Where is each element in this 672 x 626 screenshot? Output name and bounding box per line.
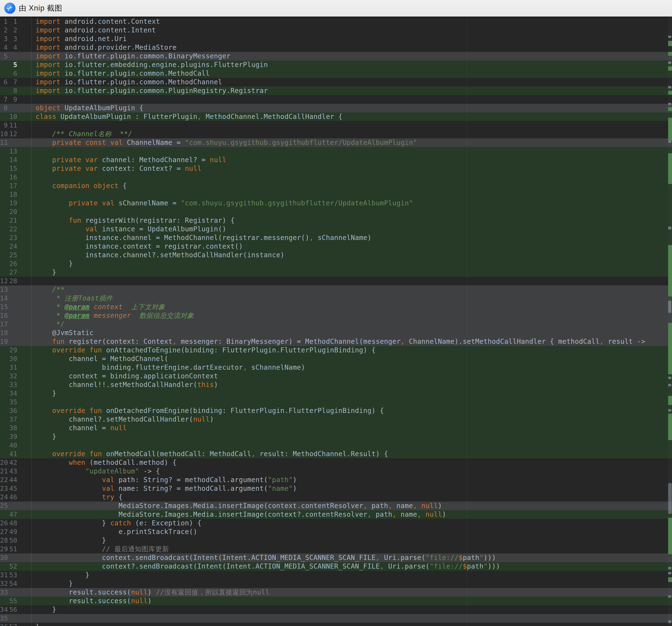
code-row[interactable]: 14 * 注册Toast插件 bbox=[0, 294, 672, 303]
scrollbar-thumb[interactable] bbox=[668, 483, 672, 514]
diff-editor[interactable]: 11import android.content.Context22import… bbox=[0, 16, 672, 626]
diff-stripe-mark-del[interactable] bbox=[668, 384, 671, 386]
code-row[interactable]: 11 private const val ChannelName = "com.… bbox=[0, 139, 672, 147]
diff-stripe-mark-del[interactable] bbox=[668, 567, 671, 569]
code-row[interactable]: 3657} bbox=[0, 623, 672, 626]
code-row[interactable]: 27 } bbox=[0, 268, 672, 277]
code-row[interactable]: 36 override fun onDetachedFromEngine(bin… bbox=[0, 406, 672, 415]
code-row[interactable]: 2446 try { bbox=[0, 493, 672, 502]
code-row[interactable]: 13 bbox=[0, 147, 672, 156]
code-row[interactable]: 33 result.success(null) //没有返回值，所以直接返回为n… bbox=[0, 588, 672, 597]
error-stripe[interactable] bbox=[668, 16, 672, 626]
code-row[interactable]: 15 private var context: Context? = null bbox=[0, 164, 672, 173]
code-row[interactable]: 1228 bbox=[0, 277, 672, 285]
code-row[interactable]: 39 } bbox=[0, 432, 672, 441]
code-row[interactable]: 2648 } catch (e: Exception) { bbox=[0, 519, 672, 527]
diff-stripe-mark-del[interactable] bbox=[668, 35, 671, 38]
code-row[interactable]: 2951 // 最后通知图库更新 bbox=[0, 545, 672, 553]
code-row[interactable]: 13 /** bbox=[0, 285, 672, 294]
code-row[interactable]: 16 bbox=[0, 173, 672, 182]
code-row[interactable]: 11import android.content.Context bbox=[0, 17, 672, 26]
diff-stripe-mark-add[interactable] bbox=[668, 107, 672, 111]
code-row[interactable]: 52 context?.sendBroadcast(Intent(Intent.… bbox=[0, 562, 672, 571]
diff-stripe-mark-del[interactable] bbox=[668, 61, 671, 64]
code-row[interactable]: 20 bbox=[0, 207, 672, 216]
diff-stripe-mark-add[interactable] bbox=[668, 118, 672, 141]
code-row[interactable]: 3254 } bbox=[0, 579, 672, 588]
diff-stripe-mark-del[interactable] bbox=[668, 377, 671, 379]
code-row[interactable]: 911 bbox=[0, 121, 672, 130]
code-row[interactable]: 18 @JvmStatic bbox=[0, 329, 672, 337]
diff-stripe-mark-add[interactable] bbox=[668, 518, 672, 554]
code-row[interactable]: 23 instance.channel = MethodChannel(regi… bbox=[0, 233, 672, 242]
code-row[interactable]: 10class UpdateAlbumPlugin : FlutterPlugi… bbox=[0, 112, 672, 121]
code-row[interactable]: 47 MediaStore.Images.Media.insertImage(c… bbox=[0, 510, 672, 519]
diff-stripe-mark-add[interactable] bbox=[668, 66, 672, 71]
code-row[interactable]: 41 override fun onMethodCall(methodCall:… bbox=[0, 450, 672, 458]
code-row[interactable]: 2042 when (methodCall.method) { bbox=[0, 458, 672, 467]
diff-stripe-mark-del[interactable] bbox=[668, 595, 671, 598]
code-row[interactable]: 17 companion object { bbox=[0, 182, 672, 190]
code-row[interactable]: 40 bbox=[0, 441, 672, 450]
code-row[interactable]: 35 bbox=[0, 398, 672, 406]
code-row[interactable]: 38 channel = null bbox=[0, 424, 672, 432]
diff-stripe-mark-del[interactable] bbox=[668, 86, 671, 89]
code-row[interactable]: 25 instance.channel?.setMethodCallHandle… bbox=[0, 251, 672, 259]
code-row[interactable]: 26 } bbox=[0, 259, 672, 268]
diff-stripe-mark-add[interactable] bbox=[668, 245, 672, 296]
code-row[interactable]: 29 override fun onAttachedToEngine(bindi… bbox=[0, 346, 672, 355]
code-row[interactable]: 30 context.sendBroadcast(Intent(Intent.A… bbox=[0, 553, 672, 562]
diff-stripe-mark-del[interactable] bbox=[668, 620, 671, 623]
code-row[interactable]: 24 instance.context = registrar.context(… bbox=[0, 242, 672, 251]
code-row[interactable]: 2749 e.printStackTrace() bbox=[0, 527, 672, 536]
code-row[interactable]: 14 private var channel: MethodChannel? =… bbox=[0, 156, 672, 164]
code-row[interactable]: 8import io.flutter.plugin.common.PluginR… bbox=[0, 86, 672, 95]
code-row[interactable]: 34 } bbox=[0, 389, 672, 398]
code-row[interactable]: 3456 } bbox=[0, 605, 672, 614]
diff-stripe-mark-del[interactable] bbox=[668, 301, 671, 313]
code-row[interactable]: 67import io.flutter.plugin.common.Method… bbox=[0, 78, 672, 86]
code-row[interactable]: 30 channel = MethodChannel( bbox=[0, 355, 672, 363]
code-row[interactable]: 15 * @param context 上下文对象 bbox=[0, 303, 672, 311]
code-row[interactable]: 21 fun registerWith(registrar: Registrar… bbox=[0, 216, 672, 225]
diff-stripe-mark-add[interactable] bbox=[668, 577, 672, 582]
code-row[interactable]: 5import io.flutter.plugin.common.BinaryM… bbox=[0, 52, 672, 60]
diff-stripe-mark-add[interactable] bbox=[668, 41, 672, 46]
code-row[interactable]: 16 * @param messenger 数据信息交流对象 bbox=[0, 311, 672, 320]
code-row[interactable]: 18 bbox=[0, 190, 672, 199]
code-row[interactable]: 8object UpdateAlbumPlugin { bbox=[0, 104, 672, 112]
diff-stripe-mark-del[interactable] bbox=[668, 227, 671, 229]
code-row[interactable]: 33import android.net.Uri bbox=[0, 34, 672, 43]
diff-stripe-mark-add[interactable] bbox=[668, 91, 672, 95]
code-row[interactable]: 33 channel!!.setMethodCallHandler(this) bbox=[0, 380, 672, 389]
code-row[interactable]: 79 bbox=[0, 95, 672, 104]
code-row[interactable]: 3153 } bbox=[0, 571, 672, 579]
diff-stripe-mark-add[interactable] bbox=[668, 396, 672, 405]
diff-stripe-mark-add[interactable] bbox=[668, 153, 672, 184]
code-row[interactable]: 22 val instance = UpdateAlbumPlugin() bbox=[0, 225, 672, 233]
diff-stripe-mark-del[interactable] bbox=[668, 103, 671, 105]
code-row[interactable]: 35 bbox=[0, 614, 672, 623]
diff-stripe-mark-add[interactable] bbox=[668, 414, 672, 440]
code-row[interactable]: 2143 "updateAlbum" -> { bbox=[0, 467, 672, 476]
diff-stripe-mark-del[interactable] bbox=[668, 140, 671, 143]
code-row[interactable]: 5import io.flutter.embedding.engine.plug… bbox=[0, 60, 672, 69]
code-row[interactable]: 19 fun register(context: Context, messen… bbox=[0, 337, 672, 346]
diff-stripe-mark-del[interactable] bbox=[668, 572, 671, 574]
code-row[interactable]: 17 */ bbox=[0, 320, 672, 329]
code-row[interactable]: 2850 } bbox=[0, 536, 672, 545]
diff-stripe-mark-add[interactable] bbox=[668, 323, 672, 374]
code-row[interactable]: 19 private val sChannelName = "com.shuyu… bbox=[0, 199, 672, 207]
code-row[interactable]: 32 context = binding.applicationContext bbox=[0, 372, 672, 380]
code-row[interactable]: 31 binding.flutterEngine.dartExecutor, s… bbox=[0, 363, 672, 372]
code-row[interactable]: 22import android.content.Intent bbox=[0, 26, 672, 34]
code-row[interactable]: 6import io.flutter.plugin.common.MethodC… bbox=[0, 69, 672, 78]
diff-stripe-mark-del[interactable] bbox=[668, 409, 671, 411]
code-row[interactable]: 25 MediaStore.Images.Media.insertImage(c… bbox=[0, 502, 672, 510]
code-row[interactable]: 55 result.success(null) bbox=[0, 597, 672, 605]
code-row[interactable]: 1012 /** Channel名称 **/ bbox=[0, 130, 672, 139]
code-row[interactable]: 44import android.provider.MediaStore bbox=[0, 43, 672, 52]
code-row[interactable]: 37 channel?.setMethodCallHandler(null) bbox=[0, 415, 672, 424]
code-row[interactable]: 2244 val path: String? = methodCall.argu… bbox=[0, 476, 672, 484]
code-row[interactable]: 2345 val name: String? = methodCall.argu… bbox=[0, 484, 672, 493]
